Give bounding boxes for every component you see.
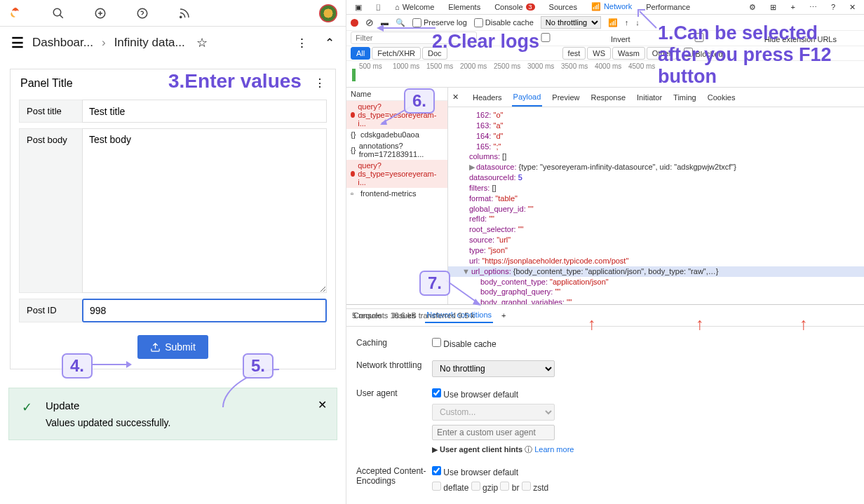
dtab-headers[interactable]: Headers — [471, 89, 504, 106]
record-icon[interactable] — [351, 19, 358, 27]
request-row[interactable]: {}annotations?from=172183911... — [346, 140, 447, 160]
invert-checkbox[interactable]: Invert — [482, 33, 630, 43]
post-title-input[interactable] — [82, 100, 327, 123]
hide-ext-checkbox[interactable]: Hide extension URLs — [636, 33, 837, 43]
panel-title: Panel Title — [20, 77, 73, 90]
devtools-panel: ▣ ⌷ ⌂ Welcome Elements Console 3 Sources… — [346, 0, 864, 504]
close-icon[interactable]: ✕ — [452, 93, 459, 102]
tab-console[interactable]: Console 3 — [489, 0, 540, 14]
pill-fest[interactable]: fest — [562, 47, 586, 60]
timeline[interactable]: 500 ms 1000 ms 1500 ms 2000 ms 2500 ms 3… — [346, 61, 864, 88]
network-toolbar: ⊘ ▬ 🔍 Preserve log Disable cache No thro… — [346, 15, 864, 31]
tab-network[interactable]: 📶 Network — [586, 0, 637, 15]
chevron-up-icon[interactable]: ⌃ — [325, 36, 335, 50]
pill-fetch[interactable]: Fetch/XHR — [372, 47, 421, 60]
pill-wasm[interactable]: Wasm — [612, 47, 645, 60]
grafana-panel: ☰ Dashboar... › Infinity data... ☆ ⋮ ⌃ P… — [0, 0, 346, 504]
ua-custom-select: Custom... — [432, 404, 555, 421]
filter-toggle-icon[interactable]: ▬ — [381, 18, 389, 27]
post-body-label: Post body — [19, 128, 82, 293]
svg-point-2 — [137, 8, 147, 18]
breadcrumb-current[interactable]: Infinity data... — [114, 36, 185, 50]
request-row[interactable]: query?ds_type=yesoreyeram-i... — [346, 101, 447, 129]
dtab-timing[interactable]: Timing — [672, 89, 698, 106]
dock-icon[interactable]: ⊞ — [764, 0, 782, 15]
acc-default-checkbox[interactable]: Use browser default — [432, 468, 518, 477]
pill-doc[interactable]: Doc — [422, 47, 447, 60]
tab-performance[interactable]: Performance — [640, 0, 696, 14]
add-tab-icon[interactable]: + — [785, 0, 800, 14]
filter-input[interactable] — [351, 32, 477, 44]
upload-icon — [150, 342, 161, 353]
disable-cache-checkbox[interactable]: Disable cache — [474, 18, 534, 27]
type-pills: All Fetch/XHR Doc fest WS Wasm Other Blo… — [346, 46, 864, 61]
breadcrumb: ☰ Dashboar... › Infinity data... ☆ ⋮ ⌃ — [0, 27, 346, 59]
device-icon[interactable]: ⌷ — [370, 0, 386, 14]
request-list: Name query?ds_type=yesoreyeram-i... {}cd… — [346, 88, 448, 304]
tab-elements[interactable]: Elements — [443, 0, 486, 14]
more-icon[interactable]: ⋮ — [296, 36, 308, 50]
alert-message: Values updated successfully. — [22, 417, 324, 428]
post-body-input[interactable] — [82, 128, 327, 293]
help-icon[interactable]: ? — [825, 0, 841, 14]
settings-icon[interactable]: ⚙ — [743, 0, 762, 15]
close-icon[interactable]: ✕ — [318, 398, 327, 411]
request-row[interactable]: query?ds_type=yesoreyeram-i... — [346, 160, 447, 188]
dtab-cookies[interactable]: Cookies — [706, 89, 737, 106]
rss-icon[interactable] — [178, 7, 191, 20]
ua-default-checkbox[interactable]: Use browser default — [432, 390, 518, 400]
search-icon[interactable] — [52, 7, 65, 20]
throttling-select[interactable]: No throttling — [541, 16, 601, 29]
user-avatar[interactable] — [319, 4, 337, 22]
inspect-icon[interactable]: ▣ — [349, 0, 367, 15]
close-devtools-icon[interactable]: ✕ — [844, 0, 861, 15]
alert-title: Update — [22, 400, 324, 411]
panel-form: Post title Post body Post ID Submit — [11, 97, 335, 369]
grafana-logo-icon — [8, 6, 22, 20]
star-icon[interactable]: ☆ — [196, 35, 208, 50]
preserve-log-checkbox[interactable]: Preserve log — [412, 18, 467, 27]
check-icon: ✓ — [22, 400, 32, 415]
download-icon[interactable]: ↓ — [635, 18, 640, 27]
breadcrumb-root[interactable]: Dashboar... — [32, 36, 93, 50]
panel-more-icon[interactable]: ⋮ — [314, 76, 325, 90]
network-conditions: Caching Disable cache Network throttling… — [346, 327, 864, 504]
network-body: Name query?ds_type=yesoreyeram-i... {}cd… — [346, 88, 864, 305]
request-row[interactable]: {}cdskgadebu0aoa — [346, 129, 447, 140]
post-id-input[interactable] — [82, 299, 327, 322]
more-icon[interactable]: ⋯ — [804, 0, 823, 15]
dtab-payload[interactable]: Payload — [512, 88, 543, 107]
breadcrumb-separator: › — [102, 36, 106, 50]
search-icon[interactable]: 🔍 — [396, 18, 405, 27]
upload-icon[interactable]: ↑ — [625, 18, 629, 27]
ua-custom-input — [432, 425, 555, 440]
svg-point-3 — [180, 16, 182, 18]
payload-tree[interactable]: 162: "o" 163: "a" 164: "d" 165: ";" colu… — [448, 107, 864, 304]
pill-other[interactable]: Other — [647, 47, 677, 60]
dtab-initiator[interactable]: Initiator — [635, 89, 663, 106]
request-row[interactable]: ▫frontend-metrics — [346, 188, 447, 199]
tab-sources[interactable]: Sources — [544, 0, 583, 14]
dtab-response[interactable]: Response — [589, 89, 627, 106]
panel: Panel Title ⋮ Post title Post body Post … — [10, 69, 336, 369]
filter-bar: Invert Hide extension URLs — [346, 31, 864, 46]
clear-icon[interactable]: ⊘ — [365, 17, 374, 28]
add-btab-icon[interactable]: + — [501, 311, 506, 320]
blocked-checkbox[interactable]: Blocked — [684, 48, 722, 58]
tab-welcome[interactable]: ⌂ Welcome — [389, 0, 440, 14]
devtools-tabs: ▣ ⌷ ⌂ Welcome Elements Console 3 Sources… — [346, 0, 864, 15]
pill-ws[interactable]: WS — [587, 47, 611, 60]
menu-icon[interactable]: ☰ — [11, 34, 24, 51]
submit-button[interactable]: Submit — [137, 335, 208, 359]
add-icon[interactable] — [94, 7, 107, 20]
grafana-topbar — [0, 0, 346, 27]
request-header: Name — [346, 88, 447, 101]
update-alert: ✓ Update Values updated successfully. ✕ — [8, 388, 337, 440]
help-icon[interactable] — [136, 7, 149, 20]
disable-cache-setting[interactable]: Disable cache — [432, 339, 497, 349]
wifi-icon[interactable]: 📶 — [608, 18, 618, 27]
throttle-select[interactable]: No throttling — [432, 360, 555, 377]
learn-more-link[interactable]: Learn more — [534, 445, 574, 454]
pill-all[interactable]: All — [351, 47, 370, 60]
dtab-preview[interactable]: Preview — [551, 89, 581, 106]
